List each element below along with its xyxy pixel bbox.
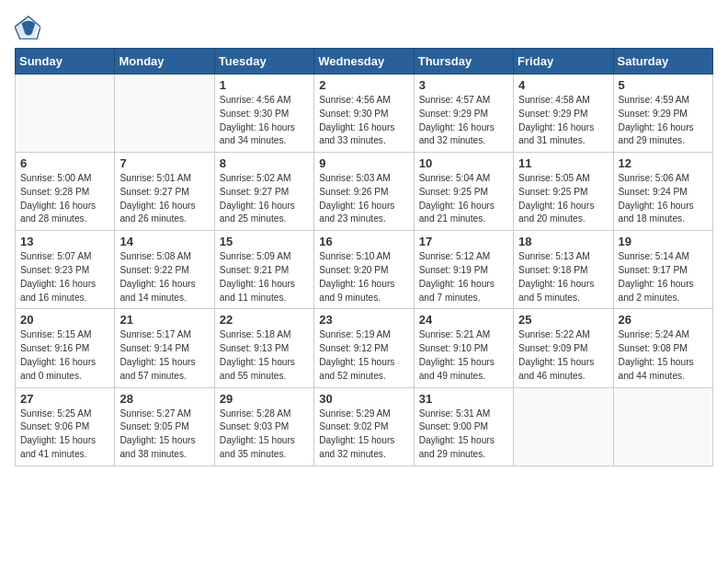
calendar-cell: 4Sunrise: 4:58 AM Sunset: 9:29 PM Daylig… bbox=[514, 75, 613, 153]
calendar-cell bbox=[115, 75, 214, 153]
day-info: Sunrise: 5:29 AM Sunset: 9:02 PM Dayligh… bbox=[319, 408, 408, 462]
day-info: Sunrise: 5:31 AM Sunset: 9:00 PM Dayligh… bbox=[419, 408, 508, 462]
calendar-cell: 31Sunrise: 5:31 AM Sunset: 9:00 PM Dayli… bbox=[414, 387, 513, 465]
day-info: Sunrise: 5:21 AM Sunset: 9:10 PM Dayligh… bbox=[419, 328, 508, 383]
day-info: Sunrise: 5:18 AM Sunset: 9:13 PM Dayligh… bbox=[220, 328, 309, 383]
day-number: 26 bbox=[619, 313, 708, 327]
day-number: 24 bbox=[419, 313, 508, 327]
day-info: Sunrise: 5:12 AM Sunset: 9:19 PM Dayligh… bbox=[419, 250, 508, 304]
logo-icon bbox=[15, 15, 40, 40]
day-number: 13 bbox=[20, 235, 109, 248]
calendar-cell: 25Sunrise: 5:22 AM Sunset: 9:09 PM Dayli… bbox=[514, 309, 613, 387]
day-info: Sunrise: 4:56 AM Sunset: 9:30 PM Dayligh… bbox=[220, 94, 309, 148]
calendar-week-row: 6Sunrise: 5:00 AM Sunset: 9:28 PM Daylig… bbox=[16, 153, 713, 231]
day-info: Sunrise: 5:09 AM Sunset: 9:21 PM Dayligh… bbox=[220, 250, 309, 304]
day-number: 15 bbox=[220, 235, 309, 248]
day-info: Sunrise: 5:25 AM Sunset: 9:06 PM Dayligh… bbox=[20, 408, 109, 462]
calendar-cell: 11Sunrise: 5:05 AM Sunset: 9:25 PM Dayli… bbox=[514, 153, 613, 231]
day-info: Sunrise: 5:27 AM Sunset: 9:05 PM Dayligh… bbox=[119, 408, 209, 462]
day-number: 1 bbox=[220, 78, 309, 92]
calendar-cell: 8Sunrise: 5:02 AM Sunset: 9:27 PM Daylig… bbox=[214, 153, 313, 231]
day-number: 8 bbox=[220, 156, 309, 170]
day-number: 19 bbox=[619, 235, 708, 248]
day-number: 22 bbox=[220, 313, 309, 327]
day-number: 5 bbox=[619, 78, 708, 92]
day-number: 25 bbox=[518, 313, 608, 327]
day-number: 14 bbox=[119, 235, 209, 248]
day-info: Sunrise: 5:10 AM Sunset: 9:20 PM Dayligh… bbox=[319, 250, 408, 304]
weekday-header: Friday bbox=[514, 49, 613, 75]
calendar-cell: 14Sunrise: 5:08 AM Sunset: 9:22 PM Dayli… bbox=[115, 231, 214, 309]
calendar-cell: 16Sunrise: 5:10 AM Sunset: 9:20 PM Dayli… bbox=[314, 231, 414, 309]
day-number: 9 bbox=[319, 156, 408, 170]
day-info: Sunrise: 5:19 AM Sunset: 9:12 PM Dayligh… bbox=[319, 328, 408, 383]
day-info: Sunrise: 5:03 AM Sunset: 9:26 PM Dayligh… bbox=[319, 172, 408, 226]
calendar-cell: 22Sunrise: 5:18 AM Sunset: 9:13 PM Dayli… bbox=[214, 309, 313, 387]
logo bbox=[15, 15, 44, 40]
weekday-header: Thursday bbox=[414, 49, 513, 75]
calendar-cell bbox=[613, 387, 712, 465]
calendar-cell: 20Sunrise: 5:15 AM Sunset: 9:16 PM Dayli… bbox=[16, 309, 115, 387]
day-info: Sunrise: 5:00 AM Sunset: 9:28 PM Dayligh… bbox=[20, 172, 109, 226]
calendar-week-row: 13Sunrise: 5:07 AM Sunset: 9:23 PM Dayli… bbox=[16, 231, 713, 309]
day-info: Sunrise: 5:15 AM Sunset: 9:16 PM Dayligh… bbox=[20, 328, 109, 383]
calendar-cell: 17Sunrise: 5:12 AM Sunset: 9:19 PM Dayli… bbox=[414, 231, 513, 309]
day-info: Sunrise: 5:01 AM Sunset: 9:27 PM Dayligh… bbox=[119, 172, 209, 226]
calendar-header-row: SundayMondayTuesdayWednesdayThursdayFrid… bbox=[16, 49, 713, 75]
calendar-week-row: 1Sunrise: 4:56 AM Sunset: 9:30 PM Daylig… bbox=[16, 75, 713, 153]
calendar-cell: 26Sunrise: 5:24 AM Sunset: 9:08 PM Dayli… bbox=[613, 309, 712, 387]
page-header bbox=[15, 15, 713, 40]
calendar-cell: 18Sunrise: 5:13 AM Sunset: 9:18 PM Dayli… bbox=[514, 231, 613, 309]
day-number: 17 bbox=[419, 235, 508, 248]
calendar-cell: 3Sunrise: 4:57 AM Sunset: 9:29 PM Daylig… bbox=[414, 75, 513, 153]
calendar-cell bbox=[16, 75, 115, 153]
calendar-week-row: 20Sunrise: 5:15 AM Sunset: 9:16 PM Dayli… bbox=[16, 309, 713, 387]
calendar-cell: 21Sunrise: 5:17 AM Sunset: 9:14 PM Dayli… bbox=[115, 309, 214, 387]
calendar-cell: 10Sunrise: 5:04 AM Sunset: 9:25 PM Dayli… bbox=[414, 153, 513, 231]
calendar-cell: 5Sunrise: 4:59 AM Sunset: 9:29 PM Daylig… bbox=[613, 75, 712, 153]
day-number: 4 bbox=[518, 78, 608, 92]
day-number: 28 bbox=[119, 392, 209, 406]
day-number: 23 bbox=[319, 313, 408, 327]
weekday-header: Sunday bbox=[16, 49, 115, 75]
calendar-cell: 6Sunrise: 5:00 AM Sunset: 9:28 PM Daylig… bbox=[16, 153, 115, 231]
calendar-cell: 19Sunrise: 5:14 AM Sunset: 9:17 PM Dayli… bbox=[613, 231, 712, 309]
day-number: 30 bbox=[319, 392, 408, 406]
calendar-cell bbox=[514, 387, 613, 465]
day-number: 20 bbox=[20, 313, 109, 327]
day-info: Sunrise: 4:58 AM Sunset: 9:29 PM Dayligh… bbox=[518, 94, 608, 148]
day-number: 18 bbox=[518, 235, 608, 248]
calendar-cell: 23Sunrise: 5:19 AM Sunset: 9:12 PM Dayli… bbox=[314, 309, 414, 387]
calendar-cell: 28Sunrise: 5:27 AM Sunset: 9:05 PM Dayli… bbox=[115, 387, 214, 465]
calendar-cell: 27Sunrise: 5:25 AM Sunset: 9:06 PM Dayli… bbox=[16, 387, 115, 465]
day-info: Sunrise: 5:28 AM Sunset: 9:03 PM Dayligh… bbox=[220, 408, 309, 462]
day-number: 27 bbox=[20, 392, 109, 406]
day-info: Sunrise: 5:24 AM Sunset: 9:08 PM Dayligh… bbox=[619, 328, 708, 383]
calendar-cell: 24Sunrise: 5:21 AM Sunset: 9:10 PM Dayli… bbox=[414, 309, 513, 387]
weekday-header: Monday bbox=[115, 49, 214, 75]
calendar-cell: 12Sunrise: 5:06 AM Sunset: 9:24 PM Dayli… bbox=[613, 153, 712, 231]
calendar-week-row: 27Sunrise: 5:25 AM Sunset: 9:06 PM Dayli… bbox=[16, 387, 713, 465]
day-number: 3 bbox=[419, 78, 508, 92]
day-info: Sunrise: 5:14 AM Sunset: 9:17 PM Dayligh… bbox=[619, 250, 708, 304]
calendar-cell: 13Sunrise: 5:07 AM Sunset: 9:23 PM Dayli… bbox=[16, 231, 115, 309]
calendar-cell: 30Sunrise: 5:29 AM Sunset: 9:02 PM Dayli… bbox=[314, 387, 414, 465]
calendar-cell: 9Sunrise: 5:03 AM Sunset: 9:26 PM Daylig… bbox=[314, 153, 414, 231]
day-info: Sunrise: 5:05 AM Sunset: 9:25 PM Dayligh… bbox=[518, 172, 608, 226]
day-info: Sunrise: 5:08 AM Sunset: 9:22 PM Dayligh… bbox=[119, 250, 209, 304]
calendar-cell: 7Sunrise: 5:01 AM Sunset: 9:27 PM Daylig… bbox=[115, 153, 214, 231]
day-number: 11 bbox=[518, 156, 608, 170]
calendar-cell: 15Sunrise: 5:09 AM Sunset: 9:21 PM Dayli… bbox=[214, 231, 313, 309]
day-info: Sunrise: 5:22 AM Sunset: 9:09 PM Dayligh… bbox=[518, 328, 608, 383]
day-info: Sunrise: 4:56 AM Sunset: 9:30 PM Dayligh… bbox=[319, 94, 408, 148]
day-info: Sunrise: 5:07 AM Sunset: 9:23 PM Dayligh… bbox=[20, 250, 109, 304]
weekday-header: Saturday bbox=[613, 49, 712, 75]
day-info: Sunrise: 4:59 AM Sunset: 9:29 PM Dayligh… bbox=[619, 94, 708, 148]
day-number: 10 bbox=[419, 156, 508, 170]
day-number: 12 bbox=[619, 156, 708, 170]
weekday-header: Tuesday bbox=[214, 49, 313, 75]
weekday-header: Wednesday bbox=[314, 49, 414, 75]
day-number: 6 bbox=[20, 156, 109, 170]
day-number: 16 bbox=[319, 235, 408, 248]
day-info: Sunrise: 5:06 AM Sunset: 9:24 PM Dayligh… bbox=[619, 172, 708, 226]
